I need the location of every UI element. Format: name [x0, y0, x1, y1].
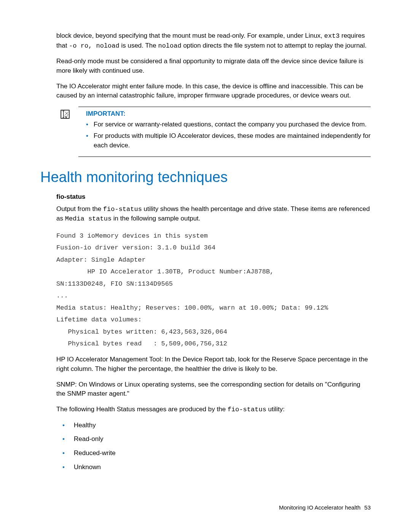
svg-rect-0	[61, 110, 69, 118]
paragraph-snmp: SNMP: On Windows or Linux operating syst…	[56, 380, 371, 399]
important-icon	[60, 109, 70, 119]
paragraph-block-device: block device, beyond specifying that the…	[56, 31, 371, 51]
list-item: For service or warranty-related question…	[92, 120, 371, 129]
page-footer: Monitoring IO Accelerator health53	[279, 504, 371, 511]
important-callout: IMPORTANT: For service or warranty-relat…	[78, 107, 371, 157]
health-status-list: Healthy Read-only Reduced-write Unknown	[67, 421, 371, 472]
footer-title: Monitoring IO Accelerator health	[279, 504, 360, 511]
paragraph-readonly-mode: Read-only mode must be considered a fina…	[56, 57, 371, 75]
list-item: Reduced-write	[67, 449, 371, 458]
code-noload: noload	[158, 42, 181, 50]
important-label: IMPORTANT:	[86, 110, 371, 118]
text-run: The following Health Status messages are…	[56, 406, 228, 413]
code-fio-status-2: fio-status	[228, 406, 266, 413]
list-item: Unknown	[67, 463, 371, 472]
paragraph-health-messages: The following Health Status messages are…	[56, 405, 371, 415]
text-run: is used. The	[119, 42, 158, 49]
code-oro-noload: -o ro, noload	[69, 42, 119, 50]
section-heading: Health monitoring techniques	[40, 169, 371, 185]
paragraph-fio-output: Output from the fio-status utility shows…	[56, 204, 371, 224]
list-item: Healthy	[67, 421, 371, 430]
text-run: utility:	[266, 406, 285, 413]
code-ext3: ext3	[324, 32, 340, 40]
text-run: Output from the	[56, 205, 103, 212]
page-number: 53	[364, 504, 371, 511]
list-item: Read-only	[67, 435, 371, 444]
text-run: option directs the file system not to at…	[182, 42, 367, 49]
sample-output: Found 3 ioMemory devices in this system …	[56, 230, 371, 350]
important-list: For service or warranty-related question…	[92, 120, 371, 150]
text-run: block device, beyond specifying that the…	[56, 32, 324, 39]
fio-status-subhead: fio-status	[56, 193, 371, 201]
text-run: in the following sample output.	[112, 215, 200, 222]
list-item: For products with multiple IO Accelerato…	[92, 131, 371, 150]
paragraph-mgmt-tool: HP IO Accelerator Management Tool: In th…	[56, 355, 371, 374]
code-fio-status: fio-status	[103, 206, 142, 213]
paragraph-failure-mode: The IO Accelerator might enter failure m…	[56, 82, 371, 101]
code-media-status: Media status	[65, 215, 112, 222]
